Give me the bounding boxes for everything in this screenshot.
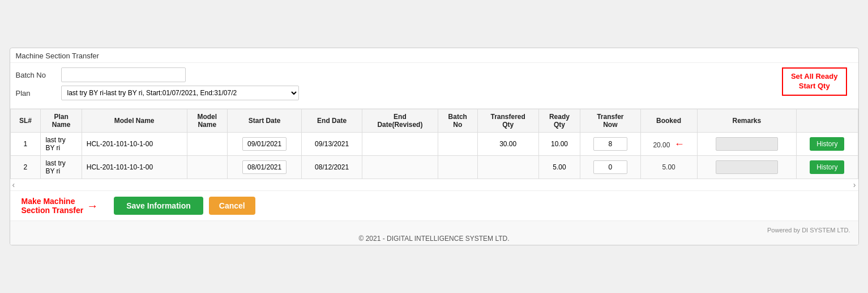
cell-remarks bbox=[697, 156, 797, 179]
cell-end-date: 09/13/2021 bbox=[302, 133, 362, 156]
cell-booked: 5.00 bbox=[640, 156, 697, 179]
powered-by-text: Powered by DI SYSTEM LTD. bbox=[10, 226, 858, 235]
cell-sl: 2 bbox=[10, 156, 41, 179]
set-all-ready-line2: Start Qty bbox=[791, 82, 838, 91]
cell-model-name2 bbox=[187, 133, 227, 156]
form-section: Batch No Plan last try BY ri-last try BY… bbox=[10, 63, 858, 109]
main-panel: Machine Section Transfer Batch No Plan l… bbox=[10, 48, 859, 245]
plan-row: Plan last try BY ri-last try BY ri, Star… bbox=[16, 86, 776, 100]
cell-sl: 1 bbox=[10, 133, 41, 156]
start-date-button-2[interactable]: 08/01/2021 bbox=[242, 160, 287, 174]
panel-title: Machine Section Transfer bbox=[10, 48, 858, 63]
cell-transferred-qty: 30.00 bbox=[477, 133, 538, 156]
cell-history-1: History bbox=[797, 133, 858, 156]
scroll-left-icon[interactable]: ‹ bbox=[12, 180, 15, 189]
cell-ready-qty: 5.00 bbox=[538, 156, 580, 179]
cell-plan-name: last tryBY ri bbox=[41, 133, 82, 156]
cell-transfer-now bbox=[580, 133, 640, 156]
table-row: 1 last tryBY ri HCL-201-101-10-1-00 09/0… bbox=[10, 133, 858, 156]
remarks-input-2[interactable] bbox=[716, 160, 778, 174]
col-end-date: End Date bbox=[302, 109, 362, 133]
remarks-input-1[interactable] bbox=[716, 137, 778, 151]
booked-value-1: 20.00 bbox=[653, 141, 670, 149]
col-action bbox=[797, 109, 858, 133]
cell-transferred-qty bbox=[477, 156, 538, 179]
save-button[interactable]: Save Information bbox=[114, 197, 203, 215]
history-button-1[interactable]: History bbox=[810, 137, 844, 151]
cell-plan-name: last tryBY ri bbox=[41, 156, 82, 179]
batch-no-row: Batch No bbox=[16, 67, 776, 82]
plan-select[interactable]: last try BY ri-last try BY ri, Start:01/… bbox=[61, 86, 299, 100]
batch-no-input[interactable] bbox=[61, 67, 186, 82]
make-transfer-label: Make Machine Section Transfer bbox=[22, 197, 84, 215]
col-end-date-revised: EndDate(Revised) bbox=[362, 109, 438, 133]
transfer-now-input-1[interactable] bbox=[593, 137, 627, 151]
cell-start-date: 08/01/2021 bbox=[227, 156, 301, 179]
cell-end-date-revised bbox=[362, 156, 438, 179]
col-sl: SL# bbox=[10, 109, 41, 133]
cell-model-name2 bbox=[187, 156, 227, 179]
col-transferred-qty: TransferedQty bbox=[477, 109, 538, 133]
cell-history-2: History bbox=[797, 156, 858, 179]
col-batch-no: BatchNo bbox=[438, 109, 477, 133]
cancel-button[interactable]: Cancel bbox=[209, 197, 255, 215]
cell-ready-qty: 10.00 bbox=[538, 133, 580, 156]
col-remarks: Remarks bbox=[697, 109, 797, 133]
table-wrapper: SL# PlanName Model Name ModelName Start … bbox=[10, 109, 858, 179]
transfer-now-input-2[interactable] bbox=[593, 160, 627, 174]
set-all-ready-line1: Set All Ready bbox=[791, 72, 838, 82]
col-booked: Booked bbox=[640, 109, 697, 133]
start-date-button-1[interactable]: 09/01/2021 bbox=[242, 137, 287, 151]
col-ready-qty: ReadyQty bbox=[538, 109, 580, 133]
col-plan-name: PlanName bbox=[41, 109, 82, 133]
col-transfer-now: TransferNow bbox=[580, 109, 640, 133]
cell-start-date: 09/01/2021 bbox=[227, 133, 301, 156]
copyright-text: © 2021 - DIGITAL INTELLIGENCE SYSTEM LTD… bbox=[10, 235, 858, 243]
cell-model-name: HCL-201-101-10-1-00 bbox=[82, 156, 187, 179]
plan-label: Plan bbox=[16, 89, 61, 97]
red-arrow-icon-1: ← bbox=[674, 138, 685, 150]
cell-end-date: 08/12/2021 bbox=[302, 156, 362, 179]
scroll-arrows: ‹ › bbox=[10, 179, 858, 190]
col-model-name1: Model Name bbox=[82, 109, 187, 133]
cell-remarks bbox=[697, 133, 797, 156]
scroll-right-icon[interactable]: › bbox=[853, 180, 856, 189]
history-button-2[interactable]: History bbox=[810, 160, 844, 174]
footer: Powered by DI SYSTEM LTD. © 2021 - DIGIT… bbox=[10, 220, 858, 245]
bottom-bar: Make Machine Section Transfer → Save Inf… bbox=[10, 190, 858, 220]
cell-transfer-now bbox=[580, 156, 640, 179]
arrow-right-icon: → bbox=[87, 199, 98, 213]
cell-booked: 20.00 ← bbox=[640, 133, 697, 156]
col-model-name2: ModelName bbox=[187, 109, 227, 133]
booked-value-2: 5.00 bbox=[662, 163, 675, 171]
cell-model-name: HCL-201-101-10-1-00 bbox=[82, 133, 187, 156]
col-start-date: Start Date bbox=[227, 109, 301, 133]
main-table: SL# PlanName Model Name ModelName Start … bbox=[10, 109, 858, 179]
cell-end-date-revised bbox=[362, 133, 438, 156]
table-row: 2 last tryBY ri HCL-201-101-10-1-00 08/0… bbox=[10, 156, 858, 179]
set-all-ready-button[interactable]: Set All Ready Start Qty bbox=[782, 67, 847, 96]
batch-no-label: Batch No bbox=[16, 71, 61, 79]
cell-batch-no bbox=[438, 156, 477, 179]
cell-batch-no bbox=[438, 133, 477, 156]
